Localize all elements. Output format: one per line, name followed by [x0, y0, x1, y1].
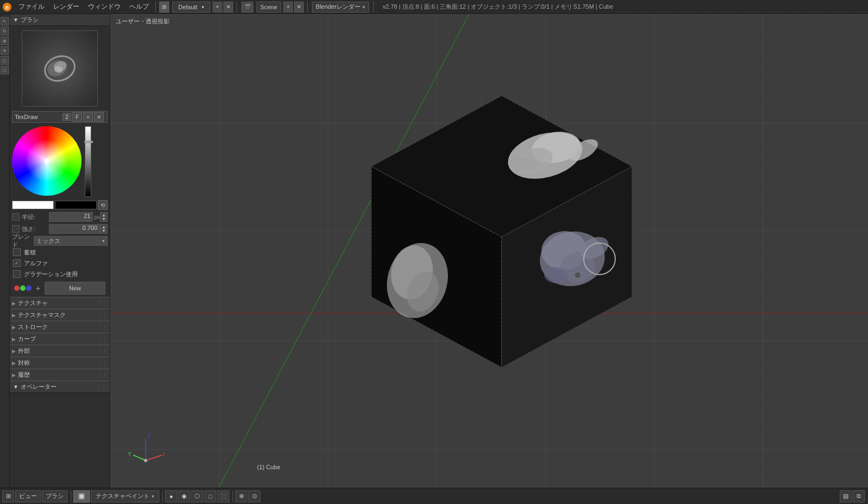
- tool-5[interactable]: ◻: [1, 56, 9, 65]
- color-wheel-container[interactable]: [12, 126, 83, 197]
- radius-input[interactable]: 21: [49, 212, 93, 222]
- color-swatches: ⟲: [10, 199, 110, 211]
- color-swap-btn[interactable]: ⟲: [98, 200, 108, 210]
- bottom-sep-1: [71, 491, 71, 502]
- dot-red: [14, 285, 20, 291]
- brush-number: 2: [63, 113, 71, 121]
- blend-row: ブレンド ミックス ▾: [10, 235, 110, 247]
- section-texture-label: テクスチャ: [18, 299, 48, 307]
- radius-icon: [12, 213, 20, 221]
- texture-paint-mode-btn[interactable]: テクスチャペイント ▾: [91, 490, 159, 502]
- menu-file[interactable]: ファイル: [14, 0, 49, 14]
- blender-logo-icon[interactable]: B: [0, 0, 14, 14]
- svg-line-38: [133, 455, 146, 461]
- section-texture-mask-dots: ⋮⋮: [97, 312, 108, 318]
- background-color-swatch[interactable]: [55, 201, 97, 209]
- radius-row: 半径: 21 px ▲ ▼: [10, 211, 110, 223]
- separator-4: [373, 2, 374, 13]
- color-section: [10, 124, 110, 199]
- section-history-arrow: ▶: [12, 372, 16, 378]
- solid-mode-btn[interactable]: ●: [165, 490, 177, 502]
- section-texture-mask[interactable]: ▶ テクスチャマスク ⋮⋮: [10, 309, 110, 321]
- rendered-btn[interactable]: ⬛: [217, 490, 229, 502]
- alpha-slider-handle: [84, 141, 93, 143]
- section-texture-mask-label: テクスチャマスク: [18, 311, 66, 319]
- viewport-header: ユーザー・透視投影: [116, 17, 170, 26]
- section-history[interactable]: ▶ 履歴 ⋮⋮: [10, 369, 110, 381]
- alpha-checkbox[interactable]: ✓: [13, 259, 21, 267]
- strength-arrows[interactable]: ▲ ▼: [100, 224, 108, 234]
- top-menu-bar: B ファイル レンダー ウィンドウ ヘルプ ⊞ Default ▾ + ✕ 🎬 …: [0, 0, 868, 14]
- section-stroke-label: ストローク: [18, 323, 48, 331]
- radius-unit: px: [94, 214, 100, 220]
- accumulate-check-row[interactable]: 蓄積: [10, 247, 110, 258]
- accumulate-checkbox[interactable]: [13, 248, 21, 256]
- bottom-status-bar: ⊞ ビュー ブラシ テクスチャペイント ▾ ● ◉ ⬡ □ ⬛ ⊕ ⊙ ▤ ⧉: [0, 488, 868, 504]
- snap-btn[interactable]: ⊕: [235, 490, 247, 502]
- strength-input[interactable]: 0.700: [49, 224, 100, 234]
- svg-line-36: [146, 455, 162, 461]
- section-external-dots: ⋮⋮: [97, 348, 108, 354]
- new-texture-btn[interactable]: New: [45, 282, 105, 295]
- section-external[interactable]: ▶ 外部 ⋮⋮: [10, 345, 110, 357]
- menu-render[interactable]: レンダー: [49, 0, 84, 14]
- timeline-expand-btn[interactable]: ▤: [840, 490, 852, 502]
- section-stroke-arrow: ▶: [12, 325, 16, 330]
- operator-title: オペレーター: [21, 383, 57, 391]
- section-symmetry-arrow: ▶: [12, 360, 16, 366]
- tool-rotate[interactable]: ↻: [1, 27, 9, 35]
- menu-window[interactable]: ウィンドウ: [84, 0, 125, 14]
- tool-move[interactable]: ✛: [1, 46, 9, 55]
- accumulate-label: 蓄積: [24, 248, 36, 257]
- gradient-checkbox[interactable]: [13, 270, 21, 278]
- color-wheel[interactable]: [12, 126, 82, 196]
- svg-point-33: [575, 272, 580, 278]
- proportional-edit-btn[interactable]: ⊙: [248, 490, 260, 502]
- bottom-sep-3: [233, 491, 233, 502]
- plus-icon: +: [34, 284, 42, 293]
- workspace-add-btn[interactable]: +: [213, 2, 222, 13]
- section-symmetry[interactable]: ▶ 対称 ⋮⋮: [10, 357, 110, 369]
- tool-6[interactable]: ⬡: [1, 66, 9, 74]
- menu-help[interactable]: ヘルプ: [125, 0, 153, 14]
- engine-selector[interactable]: Blenderレンダー ▾: [312, 2, 369, 13]
- section-curve[interactable]: ▶ カーブ ⋮⋮: [10, 333, 110, 345]
- svg-text:Y: Y: [128, 451, 132, 457]
- overlay-toggle-btn[interactable]: ⧉: [853, 490, 865, 502]
- brush-close-btn[interactable]: ✕: [94, 112, 104, 122]
- material-mode-btn[interactable]: ⬡: [191, 490, 203, 502]
- color-alpha-slider[interactable]: [85, 126, 91, 197]
- wireframe-btn[interactable]: □: [204, 490, 216, 502]
- separator-2: [236, 2, 237, 13]
- strength-label: 強さ:: [22, 225, 49, 233]
- section-stroke[interactable]: ▶ ストローク ⋮⋮: [10, 321, 110, 333]
- dot-blue: [26, 285, 32, 291]
- section-texture[interactable]: ▶ テクスチャ ⋮⋮: [10, 297, 110, 309]
- render-preview-btn[interactable]: ◉: [178, 490, 190, 502]
- scene-close-btn[interactable]: ✕: [294, 2, 304, 13]
- scene-selector[interactable]: Scene: [257, 2, 281, 13]
- brush-menu-btn[interactable]: ブラシ: [42, 490, 67, 502]
- workspace-close-btn[interactable]: ✕: [223, 2, 233, 13]
- operator-panel-header: ▼ オペレーター ⋮⋮: [10, 381, 110, 393]
- scene-add-btn[interactable]: +: [283, 2, 293, 13]
- bottom-scene-icon[interactable]: ⊞: [2, 490, 14, 502]
- brush-f-btn[interactable]: F: [72, 112, 82, 122]
- gradient-check-row[interactable]: グラデーション使用: [10, 269, 110, 279]
- alpha-check-row[interactable]: ✓ アルファ: [10, 258, 110, 269]
- viewport-3d[interactable]: ユーザー・透視投影: [110, 14, 868, 488]
- separator-1: [155, 2, 156, 13]
- tool-cursor[interactable]: ↖: [1, 17, 9, 26]
- workspace-selector[interactable]: Default ▾: [172, 2, 210, 13]
- tool-scale[interactable]: ⊕: [1, 36, 9, 45]
- blend-select[interactable]: ミックス ▾: [34, 236, 108, 246]
- radius-arrows[interactable]: ▲ ▼: [100, 212, 108, 222]
- foreground-color-swatch[interactable]: [12, 201, 54, 209]
- paint-mode-icon[interactable]: [73, 490, 90, 502]
- workspace-layout-grid[interactable]: ⊞: [159, 2, 169, 13]
- view-menu-btn[interactable]: ビュー: [15, 490, 41, 502]
- new-texture-row: + New: [12, 281, 108, 296]
- section-symmetry-dots: ⋮⋮: [97, 360, 108, 366]
- brush-add-btn[interactable]: +: [83, 112, 93, 122]
- brush-preview[interactable]: [22, 30, 98, 107]
